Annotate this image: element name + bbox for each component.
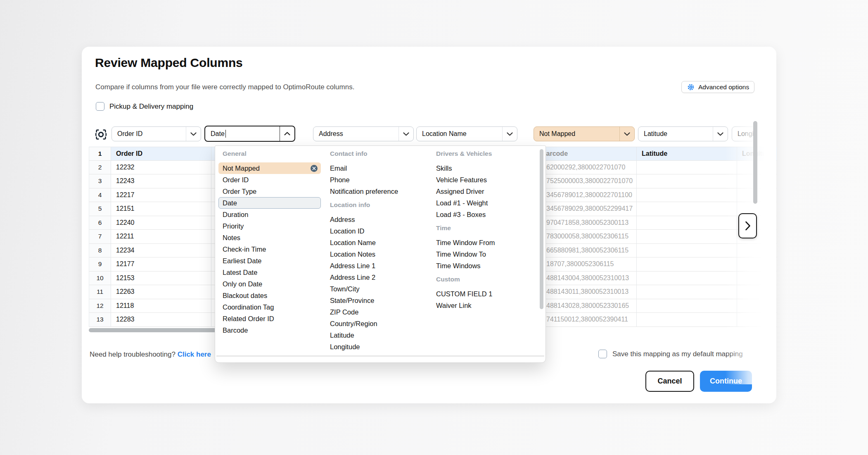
latitude-cell — [637, 161, 737, 175]
panel-option-label: Order Type — [223, 188, 256, 195]
panel-option[interactable]: Country/Region — [330, 318, 432, 329]
panel-option[interactable]: Blackout dates — [218, 290, 321, 301]
panel-option[interactable]: Coordination Tag — [218, 301, 321, 313]
page-subtitle: Compare if columns from your file were c… — [95, 83, 354, 91]
panel-option[interactable]: Order Type — [218, 186, 321, 197]
panel-group-drivers: Drivers & Vehicles Skills Vehicle Featur… — [436, 148, 541, 220]
panel-option[interactable]: Location Notes — [330, 248, 432, 260]
panel-option[interactable]: Earliest Date — [218, 255, 321, 267]
panel-group-header: Drivers & Vehicles — [436, 148, 541, 159]
panel-option[interactable]: CUSTOM FIELD 1 — [436, 288, 541, 300]
panel-option-label: Waiver Link — [436, 302, 472, 310]
panel-option-label: Time Windows — [436, 262, 481, 270]
panel-option[interactable]: Time Window To — [436, 248, 541, 260]
order-id-cell: 12232 — [111, 161, 211, 175]
help-link[interactable]: Click here — [178, 350, 211, 358]
latitude-cell — [637, 230, 737, 244]
panel-option[interactable]: Notification preference — [330, 186, 432, 197]
panel-option[interactable]: Town/City — [330, 283, 432, 295]
longitude-cell — [737, 313, 777, 327]
column-select-date-open[interactable]: Date — [204, 126, 295, 142]
panel-option-label: Vehicle Features — [436, 176, 487, 184]
order-id-cell: 12283 — [111, 313, 211, 327]
panel-option-label: Time Window To — [436, 250, 486, 258]
save-mapping-checkbox[interactable] — [598, 350, 607, 358]
latitude-cell — [637, 299, 737, 313]
panel-option[interactable]: Assigned Driver — [436, 186, 541, 197]
panel-option[interactable]: Load #1 - Weight — [436, 197, 541, 209]
order-id-cell: 12177 — [111, 257, 211, 272]
panel-option[interactable]: Not Mapped — [218, 162, 321, 174]
panel-option[interactable]: Email — [330, 162, 432, 174]
row-number-cell: 6 — [89, 216, 111, 230]
panel-option[interactable]: Latest Date — [218, 267, 321, 278]
advanced-options-label: Advanced options — [698, 83, 749, 91]
panel-option[interactable]: Only on Date — [218, 278, 321, 290]
pickup-delivery-checkbox[interactable] — [96, 102, 104, 111]
column-select-not-mapped[interactable]: Not Mapped — [534, 126, 635, 141]
page-background: Review Mapped Columns Compare if columns… — [0, 0, 868, 455]
column-select-latitude[interactable]: Latitude — [638, 126, 728, 141]
panel-option-label: Notification preference — [330, 188, 398, 195]
row-number-cell: 2 — [89, 161, 111, 175]
panel-option[interactable]: Longitude — [330, 341, 432, 353]
panel-option-label: Longitude — [330, 343, 360, 351]
panel-group-header: Contact info — [330, 148, 432, 159]
order-id-cell: 12217 — [111, 188, 211, 202]
column-select-location-name[interactable]: Location Name — [416, 126, 517, 141]
panel-option[interactable]: Address — [330, 214, 432, 225]
panel-option[interactable]: Check-in Time — [218, 243, 321, 255]
barcode-cell: 741150012,3800052390411 — [536, 313, 637, 327]
panel-option[interactable]: Time Window From — [436, 237, 541, 248]
panel-option[interactable]: Barcode — [218, 324, 321, 336]
panel-option[interactable]: Skills — [436, 162, 541, 174]
barcode-cell: 62000292,3800022701070 — [536, 161, 637, 175]
panel-option[interactable]: Load #3 - Boxes — [436, 209, 541, 220]
panel-option-label: Check-in Time — [223, 245, 266, 253]
longitude-cell — [737, 244, 777, 258]
panel-option[interactable]: Latitude — [330, 329, 432, 341]
cancel-button[interactable]: Cancel — [645, 371, 694, 392]
panel-option[interactable]: Address Line 1 — [330, 260, 432, 272]
panel-option[interactable]: Location Name — [330, 237, 432, 248]
panel-option[interactable]: Waiver Link — [436, 300, 541, 311]
latitude-cell — [637, 244, 737, 258]
column-select-address[interactable]: Address — [313, 126, 414, 141]
panel-option[interactable]: Order ID — [218, 174, 321, 186]
column-select-longitude-clipped[interactable]: Longitude — [732, 126, 755, 141]
chevron-down-icon — [399, 132, 413, 136]
panel-option[interactable]: Duration — [218, 209, 321, 220]
barcode-cell: 488143028,3800052330165 — [536, 299, 637, 313]
panel-option[interactable]: Phone — [330, 174, 432, 186]
panel-option-label: Address Line 1 — [330, 262, 375, 270]
panel-scrollbar-thumb[interactable] — [540, 149, 543, 309]
select-value: Longitude — [738, 130, 754, 138]
panel-option-label: State/Province — [330, 297, 374, 305]
panel-option[interactable]: Date — [218, 197, 321, 209]
advanced-options-button[interactable]: Advanced options — [681, 81, 754, 93]
barcode-cell: 488143004,3800052310013 — [536, 272, 637, 286]
barcode-cell: 7525000003,3800022701070 — [536, 174, 637, 188]
panel-option[interactable]: Related Order ID — [218, 313, 321, 324]
column-select-order-id[interactable]: Order ID — [111, 126, 201, 141]
barcode-header-cell: Barcode — [536, 147, 637, 161]
panel-option[interactable]: Time Windows — [436, 260, 541, 272]
panel-option-label: Email — [330, 164, 347, 172]
panel-option-label: Address Line 2 — [330, 274, 375, 281]
panel-option[interactable]: Address Line 2 — [330, 272, 432, 283]
panel-option-label: Country/Region — [330, 320, 377, 328]
table-vertical-scrollbar-thumb[interactable] — [753, 121, 757, 204]
panel-option[interactable]: State/Province — [330, 295, 432, 306]
page-title: Review Mapped Columns — [95, 56, 243, 70]
panel-option-label: Location ID — [330, 227, 364, 235]
continue-button[interactable]: Continue — [700, 371, 752, 392]
panel-option[interactable]: Priority — [218, 220, 321, 232]
panel-option[interactable]: Location ID — [330, 225, 432, 237]
chevron-down-icon — [503, 132, 517, 136]
next-columns-button[interactable] — [738, 213, 757, 238]
remove-icon[interactable] — [311, 165, 318, 172]
panel-option[interactable]: Notes — [218, 232, 321, 243]
panel-option[interactable]: Vehicle Features — [436, 174, 541, 186]
panel-option[interactable]: ZIP Code — [330, 306, 432, 318]
panel-option-label: Latest Date — [223, 269, 257, 276]
